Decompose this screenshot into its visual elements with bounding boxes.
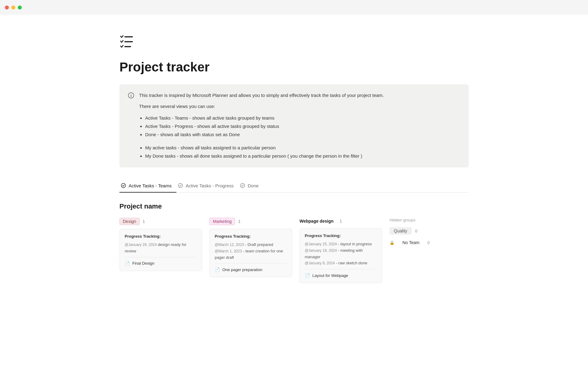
card-design-entry-1: @January 29, 2024 design ready for revie… <box>125 242 197 255</box>
card-webpage-date-1: @January 25, 2024 <box>305 242 337 246</box>
tab-active-progress-label: Active Tasks - Progress <box>186 183 233 188</box>
hg-noteam-tag: No Team <box>398 239 424 246</box>
info-icon <box>128 92 134 160</box>
svg-point-6 <box>121 183 126 188</box>
maximize-button[interactable] <box>18 6 22 10</box>
tab-done-label: Done <box>248 183 259 188</box>
col-design-header: Design 1 <box>119 218 202 225</box>
card-marketing-1-label: Progress Tracking: <box>215 234 287 239</box>
task-marketing-icon: 📄 <box>215 267 220 272</box>
col-marketing-header: Marketing 1 <box>209 218 292 225</box>
card-webpage-date-2: @January 18, 2024 <box>305 248 337 253</box>
col-webpage-count: 1 <box>340 219 342 224</box>
card-marketing-1[interactable]: Progress Tracking: @March 12, 2023 - Dra… <box>209 229 292 277</box>
main-content: Project tracker This tracker is inspired… <box>95 15 493 305</box>
card-webpage-1[interactable]: Progress Tracking: @January 25, 2024 - l… <box>300 228 382 283</box>
card-marketing-date-1: @March 12, 2023 <box>215 243 244 247</box>
info-bullet-1: Active Tasks - Teams - shows all active … <box>145 114 384 122</box>
svg-point-8 <box>240 183 245 188</box>
card-marketing-text-1: - Draft prepared <box>245 242 273 247</box>
card-design-1[interactable]: Progress Tracking: @January 29, 2024 des… <box>119 229 202 271</box>
info-sub-intro: There are several views you can use: <box>139 103 384 110</box>
col-webpage: Webpage design 1 Progress Tracking: @Jan… <box>300 218 382 287</box>
tag-design: Design <box>119 218 140 225</box>
hg-quality-count: 0 <box>415 229 417 233</box>
info-bullets-1: Active Tasks - Teams - shows all active … <box>139 114 384 139</box>
card-marketing-date-2: @March 1, 2023 <box>215 249 242 253</box>
card-webpage-entry-2: @January 18, 2024 - meeting with manager <box>305 247 377 260</box>
app-logo <box>119 33 469 52</box>
hg-noteam-count: 0 <box>428 240 430 245</box>
col-webpage-header: Webpage design 1 <box>300 218 382 224</box>
info-intro: This tracker is inspired by Microsoft Pl… <box>139 92 384 99</box>
card-webpage-text-3: - raw sketch done <box>336 261 368 265</box>
card-webpage-date-3: @January 8, 2024 <box>305 261 335 265</box>
card-webpage-entry-3: @January 8, 2024 - raw sketch done <box>305 260 377 266</box>
svg-rect-5 <box>131 94 131 94</box>
kanban-board: Design 1 Progress Tracking: @January 29,… <box>119 218 469 287</box>
svg-rect-0 <box>124 36 133 37</box>
task-icon: 📄 <box>125 261 130 266</box>
tab-active-icon <box>121 183 126 188</box>
col-design: Design 1 Progress Tracking: @January 29,… <box>119 218 202 275</box>
page-title: Project tracker <box>119 60 469 75</box>
minimize-button[interactable] <box>11 6 15 10</box>
tab-done-icon <box>240 183 245 188</box>
card-webpage-task-name: Layout for Webpage <box>312 273 348 278</box>
info-bullet-2: Active Tasks - Progress - shows all acti… <box>145 122 384 130</box>
col-design-count: 1 <box>143 219 145 224</box>
info-bullet-5: My Done tasks - shows all done tasks ass… <box>145 152 384 160</box>
tab-done[interactable]: Done <box>239 180 264 193</box>
info-box: This tracker is inspired by Microsoft Pl… <box>119 84 469 167</box>
tag-webpage: Webpage design <box>300 218 337 224</box>
info-bullets-2: My active tasks - shows all tasks assign… <box>139 144 384 160</box>
close-button[interactable] <box>5 6 9 10</box>
section-title: Project name <box>119 202 469 210</box>
svg-rect-1 <box>124 41 133 42</box>
card-webpage-text-1: - layout in progress <box>338 242 372 246</box>
card-design-task-name: Final Design <box>132 261 154 266</box>
card-marketing-task-name: One pager preparation <box>222 267 262 272</box>
hg-item-quality[interactable]: Quality 0 <box>390 227 463 235</box>
tab-active-progress[interactable]: Active Tasks - Progress <box>176 180 238 193</box>
tab-active-teams-label: Active Tasks - Teams <box>129 183 172 188</box>
task-webpage-icon: 📄 <box>305 273 310 278</box>
hg-quality-tag: Quality <box>390 227 412 235</box>
card-design-task-row: 📄 Final Design <box>125 257 197 266</box>
col-marketing: Marketing 1 Progress Tracking: @March 12… <box>209 218 292 281</box>
card-marketing-task-row: 📄 One pager preparation <box>215 263 287 272</box>
hidden-groups-label: Hidden groups <box>390 218 463 222</box>
col-marketing-count: 1 <box>238 219 240 224</box>
tabs-bar: Active Tasks - Teams Active Tasks - Prog… <box>119 180 469 193</box>
card-webpage-entry-1: @January 25, 2024 - layout in progress <box>305 241 377 247</box>
info-bullet-3: Done - shows all tasks with status set a… <box>145 130 384 139</box>
card-webpage-task-row: 📄 Layout for Webpage <box>305 269 377 278</box>
card-marketing-entry-1: @March 12, 2023 - Draft prepared <box>215 242 287 248</box>
svg-point-7 <box>178 183 183 188</box>
card-marketing-entry-2: @March 1, 2023 - team creation for one p… <box>215 248 287 261</box>
titlebar <box>0 0 588 15</box>
info-content: This tracker is inspired by Microsoft Pl… <box>139 92 384 160</box>
lock-icon: 🔒 <box>390 240 394 245</box>
tag-marketing: Marketing <box>209 218 235 225</box>
tab-progress-icon <box>178 183 183 188</box>
card-webpage-1-label: Progress Tracking: <box>305 233 377 238</box>
svg-rect-4 <box>131 95 131 97</box>
card-design-date-1: @January 29, 2024 <box>125 243 157 247</box>
info-bullet-4: My active tasks - shows all tasks assign… <box>145 144 384 152</box>
hidden-groups-col: Hidden groups Quality 0 🔒 No Team 0 <box>390 218 463 251</box>
svg-rect-2 <box>124 46 131 47</box>
card-design-1-label: Progress Tracking: <box>125 234 197 239</box>
hg-item-noteam[interactable]: 🔒 No Team 0 <box>390 239 463 246</box>
tab-active-teams[interactable]: Active Tasks - Teams <box>119 180 176 193</box>
